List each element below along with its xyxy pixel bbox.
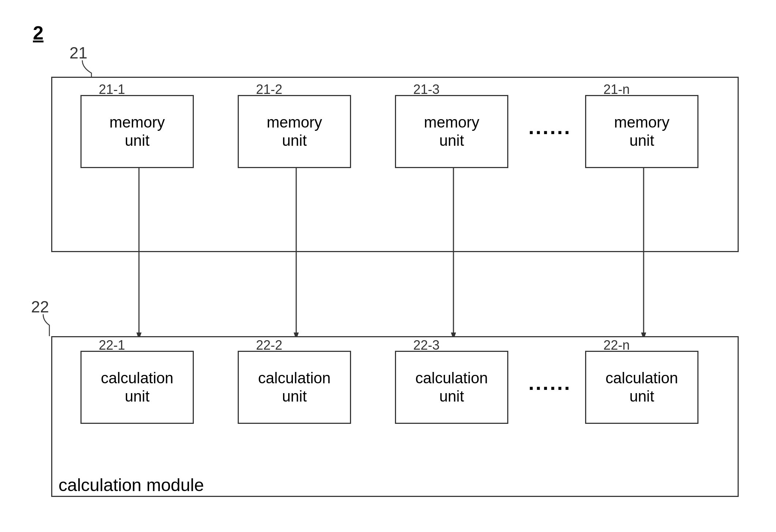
dots-calc: ...... — [528, 371, 571, 395]
svg-text:22: 22 — [31, 298, 49, 316]
connector-3 — [450, 168, 457, 351]
bracket-22: 22 — [29, 296, 69, 336]
connector-n — [640, 168, 647, 351]
calc-module-label: calculation module — [59, 475, 204, 495]
bracket-21: 21 — [66, 42, 110, 82]
svg-text:22-2: 22-2 — [256, 338, 282, 353]
calc-unit-n: calculation unit — [585, 351, 698, 424]
svg-text:22-1: 22-1 — [99, 338, 125, 353]
memory-unit-2: memory unit — [238, 95, 351, 168]
svg-text:21-1: 21-1 — [99, 82, 125, 97]
dots-memory: ...... — [528, 115, 571, 139]
svg-text:22-3: 22-3 — [413, 338, 440, 353]
svg-text:22-n: 22-n — [603, 338, 630, 353]
calc-unit-1: calculation unit — [80, 351, 194, 424]
label-2: 2 — [33, 22, 44, 44]
svg-text:21-2: 21-2 — [256, 82, 282, 97]
memory-unit-1: memory unit — [80, 95, 194, 168]
connector-1 — [135, 168, 143, 351]
diagram: 2 21 memory 21-1 memory unit 21-2 memory… — [29, 22, 746, 512]
svg-text:21-n: 21-n — [603, 82, 630, 97]
connector-2 — [293, 168, 300, 351]
memory-unit-3: memory unit — [395, 95, 508, 168]
calc-unit-3: calculation unit — [395, 351, 508, 424]
svg-text:21-3: 21-3 — [413, 82, 440, 97]
calc-unit-2: calculation unit — [238, 351, 351, 424]
svg-text:21: 21 — [69, 44, 87, 62]
memory-unit-n: memory unit — [585, 95, 698, 168]
